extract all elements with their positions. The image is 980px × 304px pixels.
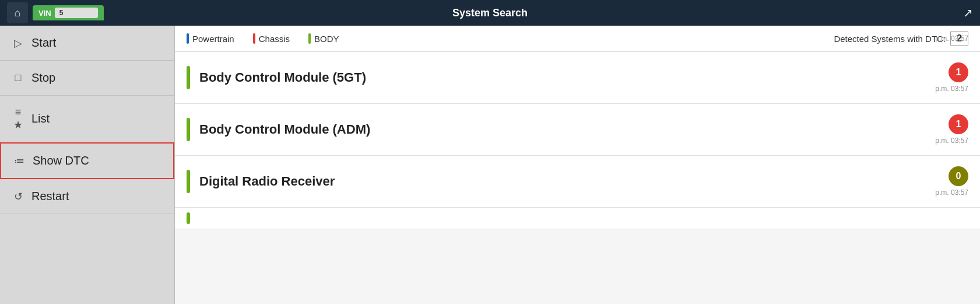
sidebar-label-list: List xyxy=(31,112,50,125)
sidebar-label-stop: Stop xyxy=(31,71,55,85)
digital-radio-right: 0 p.m. 03:57 xyxy=(935,166,968,197)
sidebar-item-show-dtc[interactable]: ≔ Show DTC xyxy=(0,142,174,179)
system-item-bcm-5gt[interactable]: Body Control Module (5GT) 1 p.m. 03:57 xyxy=(175,52,980,104)
play-icon: ▷ xyxy=(12,37,24,50)
home-button[interactable]: ⌂ xyxy=(7,2,28,23)
bcm-adm-name: Body Control Module (ADM) xyxy=(199,122,935,137)
vin-number: 5 xyxy=(55,8,99,18)
system-list: Body Control Module (5GT) 1 p.m. 03:57 B… xyxy=(175,52,980,304)
page-title: System Search xyxy=(452,7,528,19)
bcm-5gt-badge: 1 xyxy=(949,62,968,82)
sidebar-item-start[interactable]: ▷ Start xyxy=(0,26,174,61)
chassis-bar xyxy=(253,33,255,44)
list-star-icon: ≡ ★ xyxy=(12,106,24,131)
show-dtc-icon: ≔ xyxy=(13,155,26,167)
bcm-5gt-time: p.m. 03:57 xyxy=(935,85,968,93)
body-bar xyxy=(308,33,311,44)
restart-icon: ↺ xyxy=(12,190,24,203)
bcm-5gt-right: 1 p.m. 03:57 xyxy=(935,62,968,93)
sidebar-item-stop[interactable]: □ Stop xyxy=(0,61,174,96)
bcm-adm-badge: 1 xyxy=(949,114,968,134)
body-label: BODY xyxy=(314,34,339,44)
digital-radio-time: p.m. 03:57 xyxy=(935,188,968,197)
vin-label: VIN xyxy=(38,9,51,18)
corner-button[interactable]: ↗ xyxy=(963,6,973,20)
partial-bar xyxy=(187,212,190,224)
sidebar-label-start: Start xyxy=(31,36,56,50)
category-powertrain[interactable]: Powertrain xyxy=(187,33,234,44)
sidebar-item-list[interactable]: ≡ ★ List xyxy=(0,96,174,142)
bcm-5gt-name: Body Control Module (5GT) xyxy=(199,70,935,85)
chassis-label: Chassis xyxy=(259,34,290,44)
category-body[interactable]: BODY xyxy=(308,33,339,44)
bcm-5gt-bar xyxy=(187,66,190,89)
digital-radio-name: Digital Radio Receiver xyxy=(199,174,935,189)
sub-header: Powertrain Chassis BODY Detected Systems… xyxy=(175,26,980,52)
digital-radio-bar xyxy=(187,170,190,193)
top-time: p.m. 03:57 xyxy=(935,34,968,43)
digital-radio-badge: 0 xyxy=(949,166,968,186)
sidebar-item-restart[interactable]: ↺ Restart xyxy=(0,179,174,214)
system-item-partial[interactable] xyxy=(175,208,980,229)
sidebar: ▷ Start □ Stop ≡ ★ List ≔ Show DTC ↺ Res… xyxy=(0,26,175,304)
bcm-adm-right: 1 p.m. 03:57 xyxy=(935,114,968,145)
detected-label: Detected Systems with DTC: xyxy=(834,34,946,44)
system-item-bcm-adm[interactable]: Body Control Module (ADM) 1 p.m. 03:57 xyxy=(175,104,980,156)
bcm-adm-time: p.m. 03:57 xyxy=(935,137,968,145)
vin-tab[interactable]: VIN 5 xyxy=(33,5,104,20)
home-icon: ⌂ xyxy=(15,7,21,19)
sidebar-label-restart: Restart xyxy=(31,190,69,203)
powertrain-bar xyxy=(187,33,189,44)
powertrain-label: Powertrain xyxy=(192,34,234,44)
content-area: Powertrain Chassis BODY Detected Systems… xyxy=(175,26,980,304)
system-item-digital-radio[interactable]: Digital Radio Receiver 0 p.m. 03:57 xyxy=(175,156,980,208)
stop-icon: □ xyxy=(12,72,24,84)
category-chassis[interactable]: Chassis xyxy=(253,33,290,44)
bcm-adm-bar xyxy=(187,118,190,141)
sidebar-label-show-dtc: Show DTC xyxy=(33,154,89,167)
